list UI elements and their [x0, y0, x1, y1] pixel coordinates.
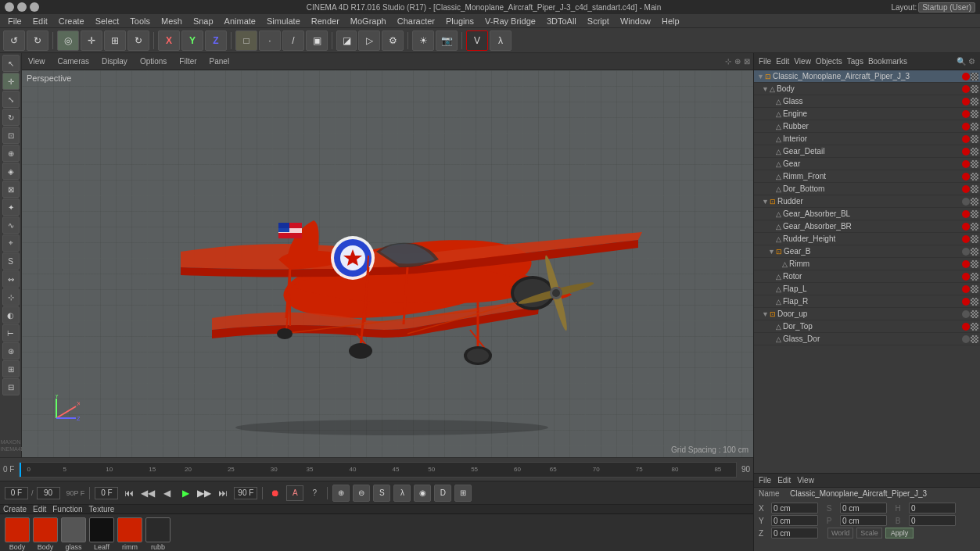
tree-row-dor-bottom[interactable]: ▶ △ Dor_Bottom [754, 183, 980, 195]
material-leaff[interactable]: Leaff [89, 517, 114, 551]
tree-row-interior[interactable]: ▶ △ Interior [754, 133, 980, 145]
live-selection-button[interactable]: ◎ [57, 30, 79, 51]
menu-render[interactable]: Render [307, 16, 344, 27]
transport-extra2[interactable]: S [373, 485, 390, 502]
menu-character[interactable]: Character [393, 16, 440, 27]
tree-row-gear-b[interactable]: ▼ ⊡ Gear_B [754, 245, 980, 258]
lt-unknown12[interactable]: ⊢ [2, 324, 20, 342]
tree-row-flap-l[interactable]: ▶ △ Flap_L [754, 283, 980, 295]
lt-select[interactable]: ↖ [2, 55, 20, 72]
object-mode-button[interactable]: □ [235, 30, 257, 51]
axis-y-button[interactable]: Y [181, 30, 203, 51]
max-frame-input[interactable] [37, 487, 60, 499]
tree-row-engine[interactable]: ▶ △ Engine [754, 108, 980, 120]
transport-record[interactable]: ⏺ [267, 485, 283, 501]
tree-row-absorber-br[interactable]: ▶ △ Gear_Absorber_BR [754, 220, 980, 233]
lt-unknown2[interactable]: ⊕ [2, 145, 20, 162]
transport-extra3[interactable]: λ [393, 485, 411, 502]
coord-x-scale[interactable] [840, 503, 887, 513]
menu-snap[interactable]: Snap [188, 16, 218, 27]
menu-edit[interactable]: Edit [28, 16, 52, 27]
lt-unknown5[interactable]: ✦ [2, 199, 20, 216]
vp-tab-options[interactable]: Options [137, 57, 170, 66]
mat-menu-edit[interactable]: Edit [33, 505, 46, 513]
transport-key-add[interactable]: ⊕ [332, 485, 350, 502]
scale-button-attr[interactable]: Scale [856, 528, 882, 538]
mat-menu-create[interactable]: Create [3, 505, 27, 513]
end-frame-input[interactable] [234, 487, 257, 499]
vp-tab-view[interactable]: View [25, 57, 48, 66]
lt-unknown9[interactable]: ↭ [2, 270, 20, 288]
render-region-button[interactable]: ◪ [336, 30, 357, 51]
mat-menu-texture[interactable]: Texture [89, 505, 115, 513]
material-body2[interactable]: Body [33, 517, 58, 551]
om-menu-edit[interactable]: Edit [776, 57, 789, 66]
coord-y-scale[interactable] [840, 515, 887, 526]
menu-create[interactable]: Create [54, 16, 89, 27]
menu-mograph[interactable]: MoGraph [346, 16, 391, 27]
tree-row-rotor[interactable]: ▶ △ Rotor [754, 270, 980, 283]
tree-row-gear-detail[interactable]: ▶ △ Gear_Detail [754, 145, 980, 158]
new-camera-button[interactable]: 📷 [436, 30, 458, 51]
transport-auto-key[interactable]: A [286, 485, 303, 501]
vp-tab-panel[interactable]: Panel [206, 57, 233, 66]
vp-tab-cameras[interactable]: Cameras [55, 57, 93, 66]
coord-z-pos[interactable] [771, 528, 818, 538]
transport-extra4[interactable]: ◉ [414, 485, 431, 502]
menu-mesh[interactable]: Mesh [156, 16, 187, 27]
coord-y-rot[interactable] [909, 515, 956, 526]
render-settings-button[interactable]: ⚙ [382, 30, 404, 51]
coord-x-rot[interactable] [909, 503, 956, 513]
tree-row-rimm-front[interactable]: ▶ △ Rimm_Front [754, 170, 980, 183]
coord-x-pos[interactable] [771, 503, 818, 513]
lt-unknown1[interactable]: ⊡ [2, 127, 20, 144]
tree-row-rubber[interactable]: ▶ △ Rubber [754, 120, 980, 133]
tree-row-flap-r[interactable]: ▶ △ Flap_R [754, 295, 980, 308]
scale-button[interactable]: ⊞ [104, 30, 126, 51]
menu-animate[interactable]: Animate [220, 16, 260, 27]
lt-unknown7[interactable]: ⌖ [2, 234, 20, 252]
lt-move[interactable]: ✛ [2, 73, 20, 90]
tree-row-rudder-height[interactable]: ▶ △ Rudder_Height [754, 233, 980, 245]
transport-to-end[interactable]: ⏭ [215, 485, 231, 501]
transport-prev-frame[interactable]: ◀ [159, 485, 174, 501]
object-tree[interactable]: ▼ ⊡ Classic_Monoplane_Aircraft_Piper_J_3… [754, 70, 980, 473]
python-button[interactable]: λ [490, 30, 512, 51]
layout-value[interactable]: Startup (User) [918, 2, 975, 13]
rotate-button[interactable]: ↻ [127, 30, 149, 51]
om-menu-objects[interactable]: Objects [816, 57, 842, 66]
timeline-ruler[interactable]: 0 5 10 15 20 25 30 35 40 45 50 55 [19, 462, 736, 478]
timeline[interactable]: 0 F 0 5 10 15 20 25 30 [0, 457, 753, 481]
tree-row-rimm[interactable]: ▶ △ Rimm [754, 258, 980, 270]
axis-z-button[interactable]: Z [205, 30, 227, 51]
menu-select[interactable]: Select [91, 16, 124, 27]
maximize-button[interactable] [30, 2, 39, 12]
menu-help[interactable]: Help [657, 16, 684, 27]
tree-row-glass-dor[interactable]: ▶ △ Glass_Dor [754, 333, 980, 345]
start-frame-input[interactable] [95, 487, 118, 499]
menu-vray[interactable]: V-Ray Bridge [480, 16, 540, 27]
menu-script[interactable]: Script [583, 16, 614, 27]
render-view-button[interactable]: ▷ [358, 30, 380, 51]
vp-tab-display[interactable]: Display [99, 57, 131, 66]
attr-menu-view[interactable]: View [797, 476, 814, 485]
transport-next-frame[interactable]: ▶▶ [196, 485, 212, 501]
menu-3dtoall[interactable]: 3DToAll [542, 16, 581, 27]
attr-menu-file[interactable]: File [759, 476, 771, 485]
lt-unknown8[interactable]: S [2, 252, 20, 270]
mat-menu-function[interactable]: Function [52, 505, 82, 513]
polygon-mode-button[interactable]: ▣ [306, 30, 328, 51]
transport-to-start[interactable]: ⏮ [121, 485, 137, 501]
menu-tools[interactable]: Tools [125, 16, 155, 27]
menu-plugins[interactable]: Plugins [441, 16, 479, 27]
vray-button[interactable]: V [466, 30, 488, 51]
menu-window[interactable]: Window [616, 16, 655, 27]
tree-row-dor-top[interactable]: ▶ △ Dor_Top [754, 320, 980, 333]
tree-row-root[interactable]: ▼ ⊡ Classic_Monoplane_Aircraft_Piper_J_3 [754, 70, 980, 83]
menu-simulate[interactable]: Simulate [262, 16, 305, 27]
om-menu-view[interactable]: View [794, 57, 811, 66]
om-menu-bookmarks[interactable]: Bookmarks [868, 57, 907, 66]
transport-extra6[interactable]: ⊞ [454, 485, 472, 502]
viewport[interactable]: View Cameras Display Options Filter Pane… [22, 53, 753, 457]
menu-file[interactable]: File [3, 16, 27, 27]
